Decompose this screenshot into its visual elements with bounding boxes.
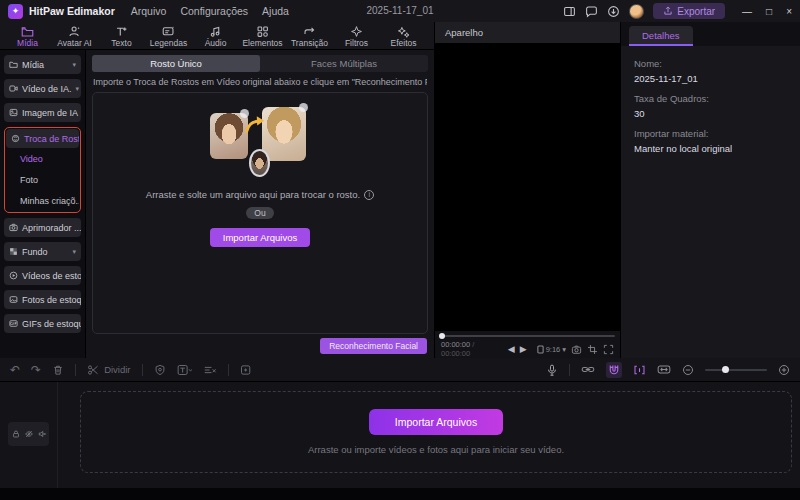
redo-icon[interactable]: ↷ bbox=[31, 363, 41, 377]
timeline-toolbar: ↶ ↷ Dividir bbox=[0, 358, 800, 382]
ribbon-tab-avatar-ai[interactable]: Avatar AI bbox=[51, 24, 98, 48]
ribbon-tab-legendas[interactable]: Legendas bbox=[145, 24, 192, 48]
sidebar-item-video-ia[interactable]: Vídeo de IA. ▾ bbox=[4, 79, 81, 98]
zoom-out-icon[interactable] bbox=[682, 364, 694, 376]
audio-icon bbox=[209, 24, 222, 38]
name-label: Nome: bbox=[634, 58, 787, 69]
ribbon-tab-transicao[interactable]: Transição bbox=[286, 24, 333, 48]
framerate-value: 30 bbox=[634, 108, 787, 119]
details-tabrow: Detalhes bbox=[621, 22, 800, 46]
sidebar-item-fundo[interactable]: Fundo ▾ bbox=[4, 242, 81, 261]
split-label[interactable]: Dividir bbox=[104, 364, 130, 375]
ribbon-tab-midia[interactable]: Mídia bbox=[4, 24, 51, 48]
preview-scrubber[interactable] bbox=[435, 331, 620, 340]
auto-ripple-icon[interactable] bbox=[633, 364, 646, 376]
import-files-button[interactable]: Importar Arquivos bbox=[210, 228, 310, 247]
menu-configuracoes[interactable]: Configurações bbox=[176, 5, 252, 17]
sidebar-item-midia[interactable]: Mídia ▾ bbox=[4, 55, 81, 74]
zoom-slider-handle[interactable] bbox=[722, 366, 729, 373]
menu-arquivo[interactable]: Arquivo bbox=[127, 5, 171, 17]
fit-timeline-icon[interactable] bbox=[657, 364, 671, 375]
play-icon[interactable]: ▶ bbox=[520, 344, 527, 354]
scrubber-handle[interactable] bbox=[439, 333, 445, 339]
sidebar-item-label: Vídeo de IA. bbox=[22, 84, 72, 94]
app-logo-icon: ✦ bbox=[8, 4, 23, 19]
info-icon[interactable]: i bbox=[364, 190, 374, 200]
screenshot-frame-icon[interactable] bbox=[240, 364, 252, 376]
export-button[interactable]: Exportar bbox=[653, 3, 725, 19]
face-recognition-button[interactable]: Reconhecimento Facial bbox=[320, 338, 427, 354]
sidebar-item-troca-de-rostos[interactable]: Troca de Rost... ▴ bbox=[6, 129, 79, 148]
sidebar-subitem-foto[interactable]: Foto bbox=[6, 169, 79, 190]
download-update-icon[interactable] bbox=[607, 5, 620, 18]
snapshot-icon[interactable] bbox=[571, 344, 582, 355]
timeline-import-button[interactable]: Importar Arquivos bbox=[369, 409, 503, 435]
user-avatar[interactable] bbox=[629, 4, 644, 19]
face-swap-dropzone[interactable]: Arraste e solte um arquivo aqui para tro… bbox=[92, 92, 428, 334]
zoom-in-icon[interactable] bbox=[778, 364, 790, 376]
close-button[interactable]: × bbox=[786, 6, 792, 17]
stock-video-icon bbox=[9, 271, 18, 280]
tab-detalhes[interactable]: Detalhes bbox=[629, 26, 693, 46]
sidebar-subitem-video[interactable]: Video bbox=[6, 148, 79, 169]
details-body: Nome: 2025-11-17_01 Taxa de Quadros: 30 … bbox=[621, 46, 800, 358]
tab-faces-multiplas[interactable]: Faces Múltiplas bbox=[260, 55, 428, 72]
export-icon bbox=[663, 6, 673, 16]
ribbon-tab-efeitos[interactable]: Efeitos bbox=[380, 24, 427, 48]
sidebar-item-fotos-estoque[interactable]: Fotos de estoque bbox=[4, 290, 81, 309]
prev-frame-icon[interactable]: ◀ bbox=[508, 344, 515, 354]
layout-panels-icon[interactable] bbox=[563, 5, 576, 18]
undo-icon[interactable]: ↶ bbox=[10, 363, 20, 377]
timeline-hint: Arraste ou importe vídeos e fotos aqui p… bbox=[308, 444, 564, 455]
project-title: 2025-11-17_01 bbox=[366, 0, 433, 22]
preview-header: Aparelho bbox=[435, 22, 620, 44]
text-tool-icon[interactable] bbox=[177, 364, 192, 376]
maximize-button[interactable]: □ bbox=[766, 6, 772, 17]
preview-controls: 00:00:00 / 00:00:00 ◀ ▶ 9:16 ▾ bbox=[435, 340, 620, 358]
tab-rosto-unico[interactable]: Rosto Único bbox=[92, 55, 260, 72]
app-name: HitPaw Edimakor bbox=[29, 5, 115, 17]
ribbon-tab-audio[interactable]: Áudio bbox=[192, 24, 239, 48]
sidebar-item-gifs-estoque[interactable]: GIFs de estoque bbox=[4, 314, 81, 333]
ribbon-tab-label: Texto bbox=[111, 38, 131, 48]
ai-image-icon bbox=[9, 108, 18, 117]
target-face-image bbox=[262, 107, 306, 161]
sidebar-item-imagem-ia[interactable]: Imagem de IA ▾ bbox=[4, 103, 81, 122]
minimize-button[interactable]: — bbox=[742, 6, 752, 17]
feedback-icon[interactable] bbox=[585, 5, 598, 18]
magnet-snap-icon[interactable] bbox=[606, 362, 622, 378]
link-clips-icon[interactable] bbox=[581, 364, 595, 375]
bottom-strip bbox=[0, 488, 800, 500]
scrubber-track[interactable] bbox=[440, 335, 615, 337]
remove-captions-icon[interactable] bbox=[203, 364, 217, 376]
mute-track-icon[interactable] bbox=[38, 430, 46, 438]
microphone-icon[interactable] bbox=[546, 364, 558, 376]
timeline-import-dropzone[interactable]: Importar Arquivos Arraste ou importe víd… bbox=[80, 391, 792, 473]
sidebar-item-label: Imagem de IA bbox=[22, 108, 78, 118]
preview-panel: Aparelho 00:00:00 / 00:00:00 ◀ ▶ 9:16 ▾ bbox=[435, 22, 621, 358]
crop-icon[interactable] bbox=[587, 344, 598, 355]
aspect-ratio-value: 9:16 bbox=[546, 345, 561, 354]
aspect-ratio-select[interactable]: 9:16 ▾ bbox=[537, 345, 566, 354]
face-badge-icon bbox=[299, 103, 308, 112]
sidebar-item-aprimorador[interactable]: Aprimorador ... ▾ bbox=[4, 218, 81, 237]
preview-title: Aparelho bbox=[445, 27, 483, 38]
name-value: 2025-11-17_01 bbox=[634, 73, 787, 84]
mask-icon[interactable] bbox=[154, 364, 166, 376]
delete-icon[interactable] bbox=[52, 364, 64, 376]
fullscreen-icon[interactable] bbox=[603, 344, 614, 355]
ribbon-tab-elementos[interactable]: Elementos bbox=[239, 24, 286, 48]
sidebar-item-label: Aprimorador ... bbox=[22, 223, 81, 233]
timeline-zoom-slider[interactable] bbox=[705, 369, 767, 371]
hide-track-icon[interactable] bbox=[25, 430, 33, 438]
stock-photo-icon bbox=[9, 295, 18, 304]
sidebar-subitem-minhas-criacoes[interactable]: Minhas criaçõ... bbox=[6, 190, 79, 211]
menu-ajuda[interactable]: Ajuda bbox=[258, 5, 293, 17]
ribbon-tab-texto[interactable]: Texto bbox=[98, 24, 145, 48]
face-mode-tabs: Rosto Único Faces Múltiplas bbox=[92, 55, 428, 72]
split-icon[interactable] bbox=[87, 364, 99, 376]
folder-icon bbox=[9, 60, 18, 69]
sidebar-item-videos-estoque[interactable]: Vídeos de esto... bbox=[4, 266, 81, 285]
lock-track-icon[interactable] bbox=[12, 430, 20, 438]
ribbon-tab-filtros[interactable]: Filtros bbox=[333, 24, 380, 48]
